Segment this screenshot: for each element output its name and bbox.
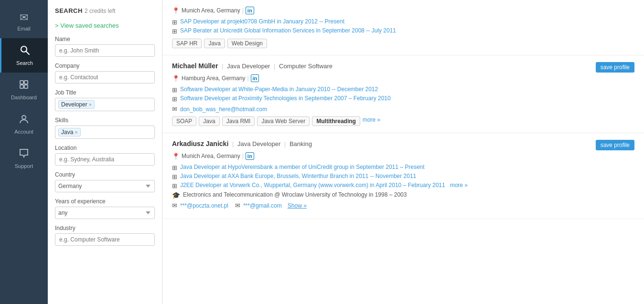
location-line-3: 📍 Munich Area, Germany | in (172, 152, 634, 160)
skill-tag-sap-hr: SAP HR (172, 39, 202, 48)
location-label: Location (55, 145, 155, 151)
location-input[interactable] (55, 153, 155, 166)
industry-input[interactable] (55, 233, 155, 246)
exp-text-3-2: Java Developer at AXA Bank Europe, Bruss… (180, 173, 416, 179)
exp-text-3-3: J2EE Developer at Vorwerk Co., Wuppertal… (180, 182, 445, 189)
exp-line-3-2: ⊞ Java Developer at AXA Bank Europe, Bru… (172, 173, 634, 180)
result-card-3: Arkadiusz Janicki | Java Developer | Ban… (162, 133, 644, 219)
sidebar-label-search: Search (16, 60, 33, 66)
email-text-2: don_bob_was_here@hotmail.com (180, 106, 267, 113)
name-input[interactable] (55, 44, 155, 57)
job-title-group: Job Title Developer × (55, 89, 155, 111)
person-name-2: Michael Müller (172, 62, 218, 70)
more-exp-link-3[interactable]: more » (450, 182, 468, 189)
sidebar-item-dashboard[interactable]: Dashboard (0, 73, 48, 107)
person-info-3: Arkadiusz Janicki | Java Developer | Ban… (172, 140, 312, 147)
save-profile-btn-2[interactable]: save profile (596, 62, 634, 73)
industry-label: Industry (55, 225, 155, 231)
name-label: Name (55, 36, 155, 42)
exp-line-2-2: ⊞ Software Developer at Proximity Techno… (172, 95, 634, 103)
exp-text-1-2: SAP Berater at Unicredit Global Informat… (180, 27, 396, 34)
location-pin-icon-1: 📍 (172, 7, 180, 14)
support-icon (19, 148, 29, 161)
work-icon-3-3: ⊞ (172, 182, 177, 189)
skill-tag-java-2: Java (199, 116, 219, 126)
exp-line-3-3: ⊞ J2EE Developer at Vorwerk Co., Wuppert… (172, 182, 634, 189)
email-text-3a: ***@poczta.onet.pl (180, 202, 228, 209)
dashboard-icon (19, 79, 29, 93)
left-panel: SEARCH 2 credits left > View saved searc… (48, 0, 162, 304)
exp-line-1-1: ⊞ SAP Developer at projekt0708 GmbH in J… (172, 18, 634, 26)
work-icon-1-2: ⊞ (172, 28, 177, 35)
result-card-2: Michael Müller | Java Developer | Comput… (162, 55, 644, 133)
skill-tag-java-web-server: Java Web Server (257, 116, 310, 126)
skills-line-2: SOAP Java Java RMI Java Web Server Multi… (172, 116, 634, 126)
remove-job-title-tag[interactable]: × (89, 102, 92, 107)
result-card-1: 📍 Munich Area, Germany | in ⊞ SAP Develo… (162, 0, 644, 55)
location-line-1: 📍 Munich Area, Germany | in (172, 7, 634, 14)
sidebar-item-support[interactable]: Support (0, 141, 48, 176)
company-input[interactable] (55, 71, 155, 84)
skills-label: Skills (55, 117, 155, 124)
sidebar: ✉ Email Search Dashboard Account Support (0, 0, 48, 304)
skill-tag-multithreading: Multithreading (312, 116, 360, 126)
skills-tag: Java × (58, 128, 81, 136)
skill-tag-web-design: Web Design (227, 39, 267, 48)
svg-line-1 (26, 52, 29, 55)
work-icon-1-1: ⊞ (172, 19, 177, 26)
svg-rect-5 (24, 85, 28, 88)
work-icon-3-2: ⊞ (172, 173, 177, 180)
years-group: Years of experience any 0-2 2-5 5-10 10+ (55, 198, 155, 219)
edu-text-3: Electronics and Telecommunication @ Wroc… (183, 191, 407, 198)
search-icon (20, 45, 30, 58)
sidebar-label-dashboard: Dashboard (11, 94, 37, 100)
person-info-2: Michael Müller | Java Developer | Comput… (172, 62, 333, 70)
sidebar-label-email: Email (17, 26, 31, 31)
remove-skills-tag[interactable]: × (75, 129, 77, 135)
job-title-label: Job Title (55, 89, 155, 96)
work-icon-2-2: ⊞ (172, 95, 177, 103)
location-group: Location (55, 145, 155, 166)
person-name-3: Arkadiusz Janicki (172, 140, 228, 147)
sidebar-item-account[interactable]: Account (0, 107, 48, 141)
sidebar-label-account: Account (14, 129, 33, 135)
location-pin-icon-2: 📍 (172, 75, 180, 82)
education-icon-3: 🎓 (172, 191, 180, 199)
show-emails-link-3[interactable]: Show » (288, 202, 307, 209)
exp-text-3-1: Java Developer at HypoVereinsbank a memb… (180, 164, 425, 170)
exp-text-1-1: SAP Developer at projekt0708 GmbH in Jan… (180, 18, 344, 25)
work-icon-2-1: ⊞ (172, 86, 177, 94)
job-title-input[interactable]: Developer × (55, 98, 155, 111)
linkedin-link-3[interactable]: in (246, 152, 254, 160)
sidebar-item-email[interactable]: ✉ Email (0, 5, 48, 38)
company-label: Company (55, 63, 155, 69)
location-text-3: Munich Area, Germany (182, 153, 240, 159)
edu-line-3: 🎓 Electronics and Telecommunication @ Wr… (172, 191, 634, 199)
save-profile-btn-3[interactable]: save profile (596, 140, 634, 150)
account-icon (19, 114, 29, 127)
view-saved-link[interactable]: > View saved searches (55, 22, 155, 29)
country-select[interactable]: Germany United States United Kingdom Fra… (55, 180, 155, 192)
industry-group: Industry (55, 225, 155, 246)
person-industry-2: Computer Software (279, 63, 333, 70)
credits-label: 2 credits left (85, 8, 116, 14)
location-line-2: 📍 Hamburg Area, Germany | in (172, 74, 634, 82)
skills-input[interactable]: Java × (55, 126, 155, 139)
email-text-3b: ***@gmail.com (243, 202, 282, 209)
sidebar-item-search[interactable]: Search (0, 38, 48, 73)
years-select[interactable]: any 0-2 2-5 5-10 10+ (55, 207, 155, 219)
location-pin-icon-3: 📍 (172, 153, 180, 160)
panel-title: SEARCH (55, 7, 83, 14)
skill-tag-soap: SOAP (172, 116, 196, 126)
email-icon: ✉ (20, 11, 28, 24)
email-icon-3b: ✉ (235, 202, 240, 209)
more-skills-link-2[interactable]: more » (363, 116, 380, 126)
company-group: Company (55, 63, 155, 84)
pipe-3: | (242, 153, 244, 159)
linkedin-link-2[interactable]: in (251, 74, 259, 82)
country-group: Country Germany United States United Kin… (55, 171, 155, 192)
email-line-2: ✉ don_bob_was_here@hotmail.com (172, 105, 634, 113)
person-title-3: Java Developer (237, 140, 280, 147)
exp-line-3-1: ⊞ Java Developer at HypoVereinsbank a me… (172, 164, 634, 171)
linkedin-link-1[interactable]: in (246, 7, 254, 14)
